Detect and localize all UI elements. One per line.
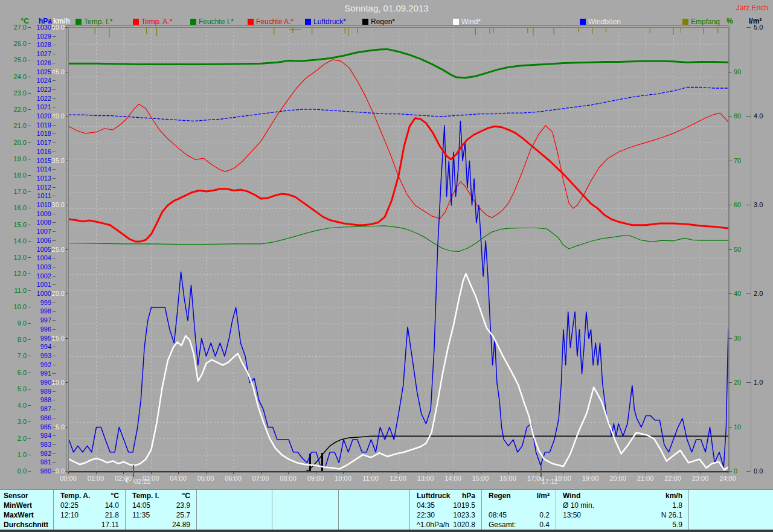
axis-label: 988 (30, 396, 51, 403)
legend-swatch-icon (248, 19, 254, 25)
legend-item-regen: Regen* (362, 18, 395, 26)
axis-tick (728, 293, 732, 294)
table-cell: N 26.1 (556, 511, 682, 519)
axis-label: 15.0 (43, 335, 65, 342)
axis-tick (53, 303, 56, 303)
legend-swatch-icon (305, 19, 311, 25)
axis-label: 50 (734, 246, 748, 253)
x-axis-label: 21:00 (632, 475, 659, 482)
table-separator (688, 490, 689, 530)
axis-label: 10 (734, 423, 748, 431)
axis-tick (65, 338, 68, 339)
axis-tick (53, 453, 56, 454)
axis-label: 1027 (30, 50, 51, 57)
table-cell: 21.8 (53, 511, 119, 519)
x-axis-label: 08:00 (275, 475, 301, 482)
x-axis-tick (673, 472, 673, 474)
axis-label: 1002 (30, 272, 51, 280)
axis-label: 1001 (30, 281, 51, 288)
table-cell: 5.9 (556, 521, 682, 529)
axis-label: 1019 (30, 121, 51, 129)
legend-label: Feuchte I.* (199, 18, 234, 26)
axis-label: 40.0 (43, 112, 65, 120)
x-axis-tick (618, 472, 618, 474)
axis-label: 1014 (30, 165, 51, 173)
axis-label: 984 (30, 432, 51, 439)
axis-tick (65, 116, 68, 117)
axis-label: 1012 (30, 184, 51, 191)
axis-tick (53, 267, 56, 268)
chart-plot[interactable] (69, 28, 728, 472)
axis-tick (53, 98, 56, 99)
axis-tick (53, 169, 56, 170)
legend-swatch-icon (190, 19, 196, 25)
axis-label: 1006 (30, 237, 51, 244)
x-axis-label: 20:00 (605, 475, 631, 482)
axis-label: 25.0 (43, 246, 65, 253)
x-axis-label: 19:00 (577, 475, 604, 482)
axis-tick (53, 54, 56, 54)
x-axis-tick (206, 472, 207, 474)
legend-item-empfang: Empfang (682, 18, 720, 26)
axis-label: 998 (30, 307, 51, 315)
axis-label: 996 (30, 325, 51, 333)
axis-label: 5.0 (43, 423, 65, 431)
legend-item-tempi: Temp. I.* (75, 18, 112, 26)
axis-label: 1016 (30, 148, 51, 155)
axis-label: 3.0 (754, 201, 769, 208)
legend-swatch-icon (75, 19, 82, 25)
axis-label: 1028 (30, 41, 51, 48)
axis-tick (728, 116, 732, 117)
legend-item-feuchtei: Feuchte I.* (190, 18, 234, 26)
axis-label: 8.0 (4, 336, 27, 343)
x-axis-label: 09:00 (303, 475, 329, 482)
axis-label: 0.0 (754, 467, 769, 475)
x-axis-tick (68, 472, 69, 474)
axis-tick (53, 435, 56, 436)
legend-item-feuchtea: Feuchte A.* (248, 18, 293, 26)
axis-label: 1004 (30, 254, 51, 261)
marker-time: 02:21 (134, 478, 151, 485)
chart-frame (66, 25, 730, 473)
x-axis-tick (536, 472, 536, 474)
axis-tick (728, 471, 732, 472)
axis-label: 1011 (30, 192, 51, 199)
axis-label: 1003 (30, 263, 51, 271)
axis-label: 17.0 (4, 188, 27, 195)
axis-label: 1022 (30, 95, 51, 102)
axis-tick (65, 427, 68, 428)
axis-tick (53, 107, 56, 107)
axis-tick (65, 205, 68, 205)
legend-swatch-icon (682, 19, 688, 25)
x-axis-tick (701, 472, 701, 474)
axis-tick (53, 187, 56, 188)
axis-label: 1009 (30, 210, 51, 217)
table-cell: 14.0 (53, 501, 119, 510)
x-axis-tick (123, 472, 124, 474)
table-cell: 1023.3 (409, 511, 475, 519)
axis-label: 991 (30, 370, 51, 377)
axis-label: 30 (734, 335, 748, 342)
axis-tick (65, 27, 68, 28)
legend-item-luftdruck: Luftdruck* (305, 18, 346, 26)
table-cell: 0.4 (481, 521, 550, 529)
table-row-label: Sensor (4, 492, 28, 500)
axis-tick (53, 444, 56, 445)
table-cell: °C (125, 492, 190, 500)
axis-tick (53, 45, 56, 45)
legend-label: Temp. A.* (141, 18, 172, 26)
axis-label: 50.0 (43, 24, 65, 31)
x-axis-label: 11:00 (358, 475, 384, 482)
table-cell: 24.89 (125, 521, 190, 529)
axis-label: 7.0 (4, 352, 27, 359)
x-axis-tick (646, 472, 646, 474)
down-arrow-icon: ↓ (533, 477, 536, 484)
axis-label: 9.0 (4, 319, 27, 327)
axis-label: 997 (30, 316, 51, 324)
axis-label: 12.0 (4, 270, 27, 277)
axis-tick (53, 373, 56, 374)
axis-tick (53, 80, 56, 81)
x-axis-label: 07:00 (248, 475, 274, 482)
marker-tick (133, 465, 134, 477)
table-cell: 17.11 (53, 521, 119, 529)
